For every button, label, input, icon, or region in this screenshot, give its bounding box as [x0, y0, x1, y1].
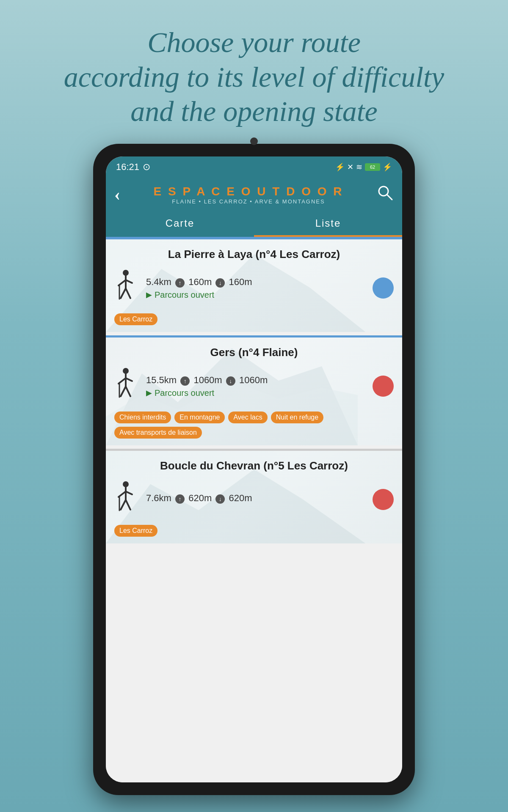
route-card-2[interactable]: Gers (n°4 Flaine) — [106, 337, 402, 445]
back-button[interactable]: ‹ — [114, 186, 120, 203]
gps-icon: ⊙ — [143, 162, 150, 173]
route-3-title: Boucle du Chevran (n°5 Les Carroz) — [106, 451, 402, 477]
app-title: E S P A C E O U T D O O R FLAINE • LES C… — [120, 185, 377, 205]
svg-line-17 — [126, 387, 130, 396]
svg-line-14 — [119, 378, 126, 384]
camera — [250, 137, 258, 145]
tag-montagne: En montagne — [174, 411, 225, 423]
svg-line-16 — [121, 387, 126, 396]
phone-frame: 16:21 ⊙ ⚡ ✕ ≋ 62 ⚡ ‹ E S P A C E O U T D… — [93, 144, 415, 795]
route-3-details: 7.6km ↑ 620m ↓ 620m — [106, 477, 402, 522]
svg-line-25 — [126, 500, 130, 510]
clock: 16:21 — [116, 162, 139, 173]
header-line2: according to its level of difficulty — [64, 61, 444, 93]
svg-line-5 — [119, 280, 126, 285]
app-name: E S P A C E O U T D O O R — [120, 185, 377, 198]
route-card-1[interactable]: La Pierre à Laya (n°4 Les Carroz) — [106, 239, 402, 332]
hiker-icon-2 — [114, 368, 138, 405]
route-2-details: 15.5km ↑ 1060m ↓ 1060m Parcours ouvert — [106, 363, 402, 409]
route-2-status: Parcours ouvert — [146, 388, 373, 398]
status-right: ⚡ ✕ ≋ 62 ⚡ — [335, 162, 392, 172]
difficulty-dot-2 — [373, 376, 394, 397]
tag-les-carroz: Les Carroz — [114, 313, 157, 325]
status-left: 16:21 ⊙ — [116, 162, 150, 173]
wifi-icon: ≋ — [356, 162, 362, 172]
route-3-distance: 7.6km ↑ 620m ↓ 620m — [146, 493, 373, 504]
route-2-title: Gers (n°4 Flaine) — [106, 337, 402, 363]
tag-chiens: Chiens interdits — [114, 411, 171, 423]
svg-line-1 — [387, 195, 392, 200]
hiker-icon-3 — [114, 481, 138, 518]
header-line3: and the opening state — [130, 95, 378, 127]
route-1-title: La Pierre à Laya (n°4 Les Carroz) — [106, 239, 402, 265]
route-1-stats: 5.4km ↑ 160m ↓ 160m Parcours ouvert — [146, 277, 373, 300]
tag-lacs: Avec lacs — [228, 411, 267, 423]
page-header: Choose your route according to its level… — [0, 0, 508, 146]
route-1-tags: Les Carroz — [106, 311, 402, 332]
difficulty-dot-3 — [373, 489, 394, 510]
tab-carte[interactable]: Carte — [106, 211, 254, 237]
svg-point-3 — [123, 270, 129, 276]
route-3-stats: 7.6km ↑ 620m ↓ 620m — [146, 493, 373, 506]
route-2-stats: 15.5km ↑ 1060m ↓ 1060m Parcours ouvert — [146, 375, 373, 398]
svg-line-22 — [119, 491, 126, 497]
svg-point-12 — [123, 368, 129, 374]
route-1-status: Parcours ouvert — [146, 290, 373, 300]
app-subtitle: FLAINE • LES CARROZ • ARVE & MONTAGNES — [120, 198, 377, 205]
route-1-details: 5.4km ↑ 160m ↓ 160m Parcours ouvert — [106, 265, 402, 311]
header-line1: Choose your route — [147, 26, 361, 58]
route-1-distance: 5.4km ↑ 160m ↓ 160m — [146, 277, 373, 288]
tag-les-carroz-3: Les Carroz — [114, 525, 157, 537]
phone-screen: 16:21 ⊙ ⚡ ✕ ≋ 62 ⚡ ‹ E S P A C E O U T D… — [106, 156, 402, 782]
tab-liste[interactable]: Liste — [254, 211, 402, 237]
bluetooth-icon: ⚡ — [335, 162, 345, 172]
svg-line-15 — [126, 378, 132, 381]
status-bar: 16:21 ⊙ ⚡ ✕ ≋ 62 ⚡ — [106, 156, 402, 178]
signal-icon: ✕ — [347, 162, 353, 172]
svg-line-23 — [126, 491, 132, 494]
difficulty-dot-1 — [373, 277, 394, 299]
svg-line-8 — [126, 288, 130, 298]
tag-refuge: Nuit en refuge — [271, 411, 324, 423]
search-button[interactable] — [377, 184, 394, 205]
tab-bar: Carte Liste — [106, 211, 402, 237]
route-2-tags: Chiens interdits En montagne Avec lacs N… — [106, 409, 402, 445]
charging-icon: ⚡ — [383, 162, 392, 172]
svg-line-7 — [121, 288, 126, 298]
svg-line-24 — [121, 500, 126, 510]
svg-line-6 — [126, 280, 132, 283]
route-2-distance: 15.5km ↑ 1060m ↓ 1060m — [146, 375, 373, 386]
tag-transports: Avec transports de liaison — [114, 427, 202, 439]
battery-indicator: 62 — [365, 163, 380, 171]
route-3-tags: Les Carroz — [106, 522, 402, 543]
route-card-3[interactable]: Boucle du Chevran (n°5 Les Carroz) — [106, 451, 402, 543]
route-list: La Pierre à Laya (n°4 Les Carroz) — [106, 239, 402, 782]
app-bar: ‹ E S P A C E O U T D O O R FLAINE • LES… — [106, 178, 402, 211]
svg-point-20 — [123, 481, 129, 487]
hiker-icon-1 — [114, 269, 138, 307]
